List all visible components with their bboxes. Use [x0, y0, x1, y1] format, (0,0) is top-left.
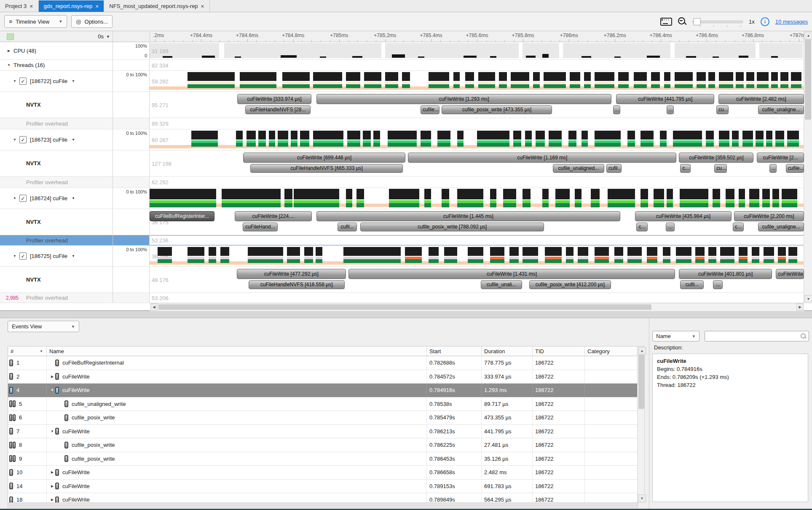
nvtx-range-cufilewrite-1-293-ms[interactable]: cuFileWrite [1.293 ms] [316, 94, 611, 104]
nvtx-range-cufile[interactable]: cufile... [786, 164, 804, 173]
zoom-slider-thumb[interactable] [693, 18, 701, 25]
row-label-threads-16[interactable]: ▼Threads (16) [0, 60, 113, 70]
nvtx-range-cufilewrite[interactable]: cuFileWrite... [776, 269, 804, 279]
timeline-origin-cell[interactable]: 0s ▼ [0, 31, 113, 42]
nvtx-range-cufil[interactable]: cufil... [680, 280, 704, 289]
nvtx-range-[interactable]: ... [713, 280, 723, 289]
row-track[interactable]: 48 176cuFileWrite [477.292 µs]cuFileWrit… [150, 267, 804, 293]
chevron-down-icon[interactable]: ▼ [13, 138, 17, 142]
event-row-14[interactable]: 14▶cuFileWrite0.789153s691.783 µs186722 [8, 480, 638, 494]
column-header-duration[interactable]: Duration [482, 346, 533, 356]
column-header-category[interactable]: Category [585, 346, 638, 356]
nvtx-range-c[interactable]: c... [680, 164, 691, 173]
events-view-dropdown[interactable]: Events View ▼ [8, 321, 79, 332]
nvtx-range-cufile[interactable]: cufile... [421, 105, 439, 114]
chevron-down-icon[interactable]: ▼ [13, 254, 17, 258]
chevron-down-icon[interactable]: ▼ [13, 79, 17, 83]
vscroll-thumb[interactable] [638, 355, 645, 409]
nvtx-range-c[interactable]: c... [636, 223, 647, 231]
row-track[interactable]: 89 329 [150, 118, 804, 129]
row-label-profiler-overhead[interactable]: Profiler overhead [0, 235, 113, 245]
nvtx-range-[interactable]: ... [667, 105, 674, 114]
expander-right-icon[interactable]: ▶ [49, 375, 55, 378]
nvtx-range-cu[interactable]: cu... [714, 164, 727, 173]
close-icon[interactable]: × [29, 3, 33, 9]
nvtx-range-cufile-unaligne[interactable]: cufile_unaligne... [758, 223, 804, 231]
chevron-down-icon[interactable]: ▼ [72, 196, 75, 200]
row-track[interactable]: 36 196 [150, 246, 804, 266]
scroll-down-icon[interactable]: ▼ [638, 494, 646, 502]
row-checkbox[interactable]: ✓ [19, 78, 27, 85]
events-hscrollbar[interactable] [8, 502, 637, 506]
chevron-down-icon[interactable]: ▼ [13, 196, 17, 200]
nvtx-range-cufilewrite-359-502-s[interactable]: cuFileWrite [359.502 µs] [679, 153, 753, 163]
zoom-slider[interactable] [692, 17, 743, 26]
chevron-down-icon[interactable]: ▼ [72, 138, 75, 142]
nvtx-range-cufilewrite-401-801-s[interactable]: cuFileWrite [401.801 µs] [679, 269, 772, 279]
row-track[interactable]: 36 175cuFileBufRegisterInter...cuFileWri… [150, 209, 804, 235]
nvtx-range-cufile-unaligned[interactable]: cufile_unaligned... [553, 164, 605, 173]
nvtx-range-cufilehandlenvfs-665-333-s[interactable]: cuFileHandleNVFS [665.333 µs] [250, 164, 403, 173]
info-icon[interactable]: i [761, 17, 769, 26]
hscroll-thumb[interactable] [158, 304, 651, 310]
row-label-nvtx[interactable]: NVTX [0, 92, 113, 118]
event-row-2[interactable]: 2▶cuFileWrite0.784572s333.974 µs186722 [8, 370, 638, 384]
chevron-down-icon[interactable]: ▼ [7, 63, 11, 67]
vscroll-thumb[interactable] [805, 40, 811, 120]
timeline-view-dropdown[interactable]: ≡ Timeline View ▼ [4, 15, 67, 28]
timeline-hscrollbar[interactable]: ◀ ▶ [150, 303, 804, 311]
row-track[interactable]: 127 198cuFileWrite [699.446 µs]cuFileWri… [150, 150, 804, 176]
row-label-186722-cufile[interactable]: ▼✓[186722] cuFile▼ [0, 71, 113, 91]
nvtx-range-[interactable]: ... [613, 105, 620, 114]
expander-right-icon[interactable]: ▶ [49, 470, 55, 474]
nvtx-range-cufile-posix-write-473-355-s[interactable]: cufile_posix_write [473.355 µs] [442, 105, 552, 114]
nvtx-range-cufilewrite-1-431-ms[interactable]: cuFileWrite [1.431 ms] [348, 269, 675, 279]
row-label-profiler-overhead[interactable]: 2,985Profiler overhead [0, 293, 113, 303]
close-icon[interactable]: × [201, 3, 204, 9]
nvtx-range-[interactable]: ... [769, 164, 777, 173]
nvtx-range-cufilehand[interactable]: cuFileHand... [243, 223, 278, 231]
event-row-10[interactable]: 10▶cuFileWrite0.786658s2.482 ms186722 [8, 466, 638, 480]
row-track[interactable]: 52 236 [150, 235, 804, 245]
zoom-out-icon[interactable] [678, 17, 686, 26]
nvtx-range-cufilewrite-2-200-ms[interactable]: cuFileWrite [2.200 ms] [734, 211, 804, 221]
event-row-6[interactable]: 6cufile_posix_write0.785479s473.355 µs18… [8, 411, 638, 425]
nvtx-range-cufilewrite-435-984-s[interactable]: cuFileWrite [435.984 µs] [635, 211, 731, 221]
column-header-name[interactable]: Name [47, 346, 427, 356]
row-track[interactable]: 60 287 [150, 129, 804, 150]
scroll-left-icon[interactable]: ◀ [150, 303, 158, 311]
chevron-down-icon[interactable]: ▼ [72, 79, 75, 83]
nvtx-range-c[interactable]: c... [733, 223, 744, 231]
nvtx-range-cufil[interactable]: cufil... [606, 164, 622, 173]
nvtx-range-cufil[interactable]: cufil... [338, 223, 357, 231]
row-checkbox[interactable]: ✓ [19, 195, 27, 202]
chevron-down-icon[interactable]: ▼ [72, 254, 75, 258]
event-row-8[interactable]: 8cufile_posix_write0.786225s27.481 µs186… [8, 438, 638, 452]
nvtx-range-cu[interactable]: cu... [716, 105, 729, 114]
row-track[interactable]: 95 271cuFileWrite [333.974 µs]cuFileWrit… [150, 92, 804, 118]
row-track[interactable]: 59 292 [150, 71, 804, 91]
scroll-down-icon[interactable]: ▼ [804, 295, 812, 303]
row-label-186725-cufile[interactable]: ▼✓[186725] cuFile▼ [0, 246, 113, 266]
nvtx-range-cufilehandlenvfs-28[interactable]: cuFileHandleNVFS [28... [245, 105, 311, 114]
row-checkbox[interactable]: ✓ [19, 136, 27, 143]
row-track[interactable]: 31 189 [150, 42, 804, 59]
tab-nfs-most-updated-report-nsys-rep[interactable]: NFS_most_updated_report.nsys-rep× [104, 0, 209, 12]
row-track[interactable] [150, 188, 804, 209]
event-row-4[interactable]: 4▼cuFileWrite0.784916s1.293 ms186722 [8, 384, 638, 397]
keyboard-shortcuts-icon[interactable] [660, 18, 672, 26]
row-label-186723-cufile[interactable]: ▼✓[186723] cuFile▼ [0, 129, 113, 150]
tab-project-3[interactable]: Project 3× [0, 0, 39, 12]
column-header-start[interactable]: Start [427, 346, 482, 356]
nvtx-range-cufile-posix-write-412-200-s[interactable]: cufile_posix_write [412.200 µs] [529, 280, 611, 289]
expander-right-icon[interactable]: ▶ [49, 484, 55, 488]
filter-field-dropdown[interactable]: Name ▼ [652, 331, 699, 341]
events-vscrollbar[interactable]: ▲ ▼ [637, 346, 645, 502]
row-label-186724-cufile[interactable]: ▼✓[186724] cuFile▼ [0, 188, 113, 209]
nvtx-range-cufile-unali[interactable]: cufile_unali... [481, 280, 522, 289]
row-label-nvtx[interactable]: NVTX [0, 267, 113, 293]
nvtx-range-cufilewrite-2[interactable]: cuFileWrite [2... [757, 153, 804, 163]
panel-splitter[interactable] [0, 311, 812, 318]
nvtx-range-cufilewrite-477-292-s[interactable]: cuFileWrite [477.292 µs] [237, 269, 346, 279]
nvtx-range-cufilewrite-333-974-s[interactable]: cuFileWrite [333.974 µs] [237, 94, 311, 104]
